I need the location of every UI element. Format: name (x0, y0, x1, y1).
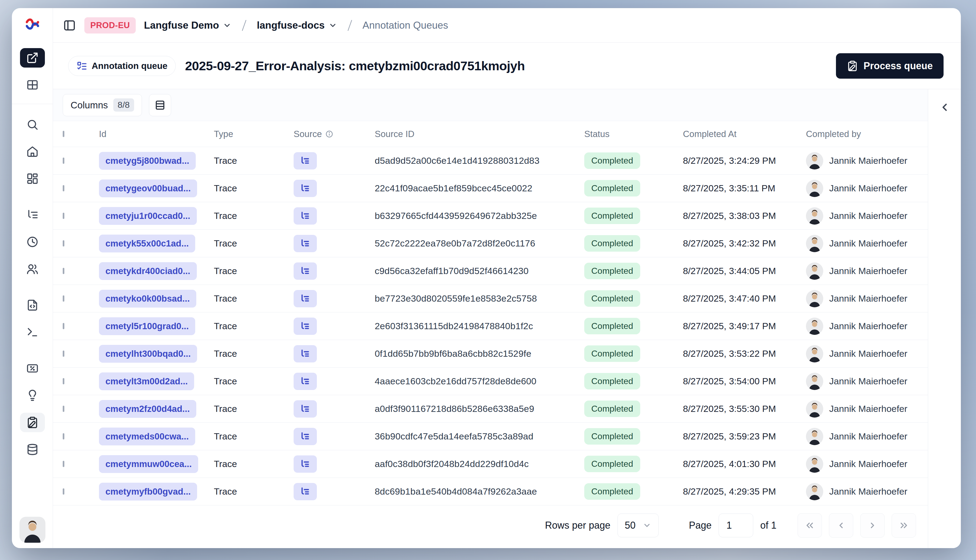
user-avatar[interactable] (20, 517, 45, 543)
annotation-panel-collapsed (928, 89, 961, 548)
table-row[interactable]: cmetym2fz00d4ad... Trace a0df3f901167218… (53, 395, 928, 423)
item-id-link[interactable]: cmetyju1r00ccad0... (99, 207, 197, 225)
chevrons-left-icon (804, 520, 815, 531)
open-source-trace-button[interactable] (294, 290, 317, 307)
row-checkbox[interactable] (63, 295, 64, 302)
sidebar-toggle-button[interactable] (63, 18, 76, 32)
sidebar-item-terminal[interactable] (20, 322, 45, 342)
sidebar-item-dashboard[interactable] (20, 169, 45, 188)
item-id-link[interactable]: cmetymeds00cwa... (99, 428, 195, 445)
sidebar-item-clock[interactable] (20, 232, 45, 252)
completed-by-name: Jannik Maierhoefer (829, 321, 907, 332)
sidebar-item-search[interactable] (20, 115, 45, 134)
open-source-trace-button[interactable] (294, 400, 317, 418)
sidebar-item-table-grid[interactable] (20, 75, 45, 95)
sidebar-item-percent-card[interactable] (20, 358, 45, 378)
open-source-trace-button[interactable] (294, 373, 317, 390)
expand-panel-button[interactable] (939, 99, 951, 116)
item-id-link[interactable]: cmetymmuw00cea... (99, 455, 198, 473)
sidebar-item-users[interactable] (20, 259, 45, 278)
column-header-id: Id (99, 129, 214, 139)
row-checkbox[interactable] (63, 433, 64, 440)
table-row[interactable]: cmetymmuw00cea... Trace aaf0c38db0f3f204… (53, 450, 928, 478)
open-source-trace-button[interactable] (294, 180, 317, 197)
open-source-trace-button[interactable] (294, 207, 317, 225)
rows-per-page-label: Rows per page (545, 520, 611, 531)
org-name: Langfuse Demo (144, 20, 219, 31)
open-source-trace-button[interactable] (294, 483, 317, 500)
open-source-trace-button[interactable] (294, 318, 317, 335)
next-page-button[interactable] (860, 513, 884, 538)
item-id-link[interactable]: cmetykdr400ciad0... (99, 262, 197, 280)
table-row[interactable]: cmetylht300bqad0... Trace 0f1dd65b7bb9bf… (53, 340, 928, 368)
sidebar-item-external-link[interactable] (20, 48, 45, 68)
item-type: Trace (214, 210, 237, 221)
item-id-link[interactable]: cmetyko0k00bsad... (99, 290, 196, 308)
rows-per-page-select[interactable]: 50 (617, 513, 659, 537)
table-row[interactable]: cmetykdr400ciad0... Trace c9d56ca32efaff… (53, 257, 928, 285)
main-area: PROD-EU Langfuse Demo langfuse-docs Anno… (53, 8, 961, 548)
item-type: Trace (214, 431, 237, 442)
select-all-checkbox[interactable] (63, 131, 64, 137)
last-page-button[interactable] (892, 513, 916, 538)
terminal-icon (26, 326, 38, 338)
item-id-link[interactable]: cmetyg5j800bwad... (99, 152, 196, 170)
item-id-link[interactable]: cmetygeov00buad... (99, 180, 197, 197)
page-number-input[interactable] (719, 513, 753, 537)
item-id-link[interactable]: cmetymyfb00gvad... (99, 483, 197, 500)
row-checkbox[interactable] (63, 240, 64, 247)
table-row[interactable]: cmetylt3m00d2ad... Trace 4aaece1603cb2e1… (53, 368, 928, 395)
open-source-trace-button[interactable] (294, 345, 317, 362)
open-source-trace-button[interactable] (294, 235, 317, 252)
row-checkbox[interactable] (63, 268, 64, 274)
row-checkbox[interactable] (63, 323, 64, 329)
sidebar-item-lightbulb[interactable] (20, 386, 45, 405)
open-source-trace-button[interactable] (294, 152, 317, 170)
completed-at: 8/27/2025, 3:44:05 PM (683, 266, 776, 276)
sidebar-item-code-file[interactable] (20, 295, 45, 315)
table-row[interactable]: cmetyl5r100grad0... Trace 2e603f31361115… (53, 312, 928, 340)
column-header-source: Source (294, 129, 375, 139)
table-row[interactable]: cmetyko0k00bsad... Trace be7723e30d80205… (53, 285, 928, 312)
previous-page-button[interactable] (829, 513, 853, 538)
sidebar-item-home[interactable] (20, 142, 45, 162)
item-id-link[interactable]: cmetylt3m00d2ad... (99, 372, 194, 390)
sidebar-item-clipboard-pen[interactable] (20, 413, 45, 432)
first-page-button[interactable] (797, 513, 822, 538)
row-checkbox[interactable] (63, 213, 64, 219)
table-row[interactable]: cmetygeov00buad... Trace 22c41f09acae5b1… (53, 175, 928, 202)
table-row[interactable]: cmetymeds00cwa... Trace 36b90cdfc47e5da1… (53, 423, 928, 450)
row-checkbox[interactable] (63, 406, 64, 412)
row-checkbox[interactable] (63, 350, 64, 357)
process-queue-button[interactable]: Process queue (836, 53, 944, 78)
annotation-queue-badge-label: Annotation queue (92, 61, 167, 71)
completed-at: 8/27/2025, 3:38:03 PM (683, 210, 776, 221)
item-id-link[interactable]: cmetylht300bqad0... (99, 345, 197, 363)
sidebar-item-database[interactable] (20, 440, 45, 459)
columns-button[interactable]: Columns 8/8 (63, 94, 142, 116)
item-id-link[interactable]: cmetyl5r100grad0... (99, 317, 195, 335)
item-id-link[interactable]: cmetym2fz00d4ad... (99, 400, 196, 418)
row-checkbox[interactable] (63, 158, 64, 164)
breadcrumb-current-page[interactable]: Annotation Queues (362, 20, 448, 31)
table-row[interactable]: cmetyg5j800bwad... Trace d5ad9d52a00c6e1… (53, 147, 928, 175)
row-checkbox[interactable] (63, 378, 64, 384)
table-row[interactable]: cmetyk55x00c1ad... Trace 52c72c2222ea78e… (53, 230, 928, 257)
open-source-trace-button[interactable] (294, 428, 317, 445)
rows-per-page-value: 50 (625, 520, 636, 531)
row-checkbox[interactable] (63, 488, 64, 495)
row-checkbox[interactable] (63, 461, 64, 467)
org-switcher[interactable]: Langfuse Demo (144, 20, 232, 31)
open-source-trace-button[interactable] (294, 262, 317, 280)
sidebar-item-trace-tree[interactable] (20, 205, 45, 225)
environment-badge: PROD-EU (84, 17, 136, 33)
langfuse-logo[interactable] (24, 16, 41, 32)
info-icon[interactable] (325, 130, 334, 138)
item-id-link[interactable]: cmetyk55x00c1ad... (99, 235, 195, 252)
row-checkbox[interactable] (63, 185, 64, 192)
table-row[interactable]: cmetymyfb00gvad... Trace 8dc69b1ba1e540b… (53, 478, 928, 505)
open-source-trace-button[interactable] (294, 455, 317, 473)
project-switcher[interactable]: langfuse-docs (257, 20, 337, 31)
table-row[interactable]: cmetyju1r00ccad0... Trace b63297665cfd44… (53, 202, 928, 230)
row-height-button[interactable] (149, 94, 171, 116)
